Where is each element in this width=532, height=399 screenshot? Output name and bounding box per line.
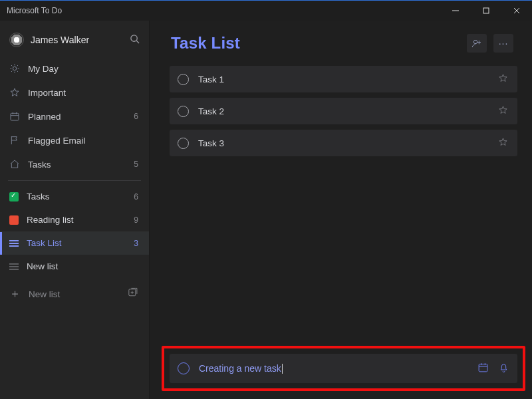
sidebar-item-label: My Day — [28, 64, 59, 74]
sidebar-item-label: Task List — [27, 238, 62, 248]
svg-rect-1 — [483, 8, 489, 13]
sidebar-item-count: 5 — [130, 160, 138, 169]
task-label: Task 2 — [198, 106, 224, 116]
svg-marker-27 — [499, 106, 507, 113]
search-icon[interactable] — [130, 34, 140, 47]
sidebar-item-label: Important — [28, 88, 66, 98]
sidebar-item-task-list[interactable]: Task List 3 — [0, 231, 149, 255]
svg-rect-29 — [479, 364, 487, 371]
sidebar-item-label: Reading list — [27, 215, 74, 225]
new-group-button[interactable] — [127, 287, 138, 301]
window-controls — [440, 1, 532, 21]
svg-marker-15 — [11, 88, 19, 96]
list-icon — [9, 263, 19, 270]
task-label: Task 3 — [198, 138, 224, 148]
reminder-button[interactable] — [498, 362, 509, 376]
window-minimize-button[interactable] — [440, 1, 471, 21]
sidebar: James Walker My Day Import — [0, 21, 150, 399]
sidebar-item-planned[interactable]: Planned 6 — [0, 104, 149, 128]
avatar — [9, 33, 24, 47]
svg-line-5 — [136, 41, 139, 43]
app-window: Microsoft To Do James Walker — [0, 0, 532, 399]
home-icon — [9, 159, 20, 170]
profile-row[interactable]: James Walker — [0, 29, 149, 57]
add-task-circle-icon — [178, 362, 190, 374]
sidebar-item-new-list[interactable]: New list — [0, 255, 149, 278]
sidebar-item-label: Tasks — [28, 160, 51, 170]
list-title[interactable]: Task List — [171, 34, 240, 53]
svg-line-14 — [17, 65, 18, 66]
window-maximize-button[interactable] — [471, 1, 501, 21]
sidebar-item-count: 3 — [130, 239, 138, 248]
sidebar-item-label: Tasks — [27, 192, 50, 201]
sidebar-item-count: 6 — [130, 112, 138, 121]
sidebar-item-count: 9 — [130, 215, 138, 225]
task-label: Task 1 — [198, 74, 224, 84]
share-list-button[interactable] — [467, 34, 487, 53]
sidebar-item-count: 6 — [130, 192, 138, 201]
task-row[interactable]: Task 2 — [170, 98, 517, 124]
list-icon — [9, 240, 19, 247]
list-options-button[interactable]: ··· — [493, 34, 513, 53]
add-list-button[interactable]: ＋ New list — [9, 289, 60, 299]
svg-marker-28 — [499, 138, 507, 145]
main-header: Task List ··· — [150, 21, 532, 61]
main-panel: Task List ··· Task 1 — [150, 21, 532, 399]
add-list-label: New list — [29, 289, 60, 299]
sidebar-add-list-row: ＋ New list — [0, 281, 149, 307]
sun-icon — [9, 63, 20, 74]
task-list: Task 1 Task 2 — [150, 61, 532, 156]
green-check-icon — [9, 192, 19, 201]
red-square-icon — [9, 215, 19, 225]
due-date-button[interactable] — [477, 362, 489, 376]
task-star-button[interactable] — [498, 105, 508, 118]
sidebar-item-tasks-smart[interactable]: Tasks 5 — [0, 152, 149, 176]
sidebar-item-my-day[interactable]: My Day — [0, 57, 149, 80]
sidebar-smart-lists: My Day Important Planned 6 — [0, 57, 149, 176]
svg-point-6 — [13, 66, 16, 70]
titlebar: Microsoft To Do — [0, 1, 532, 21]
svg-point-4 — [131, 35, 137, 41]
add-task-bar[interactable]: Creating a new task — [170, 354, 517, 383]
sidebar-item-tasks[interactable]: Tasks 6 — [0, 185, 149, 208]
task-row[interactable]: Task 3 — [170, 130, 517, 156]
calendar-icon — [9, 111, 20, 122]
task-star-button[interactable] — [498, 137, 508, 150]
sidebar-divider — [8, 180, 141, 181]
sidebar-item-important[interactable]: Important — [0, 80, 149, 104]
sidebar-item-reading-list[interactable]: Reading list 9 — [0, 208, 149, 231]
svg-marker-26 — [499, 74, 507, 81]
task-star-button[interactable] — [498, 73, 508, 86]
task-complete-toggle[interactable] — [178, 138, 189, 149]
sidebar-item-flagged-email[interactable]: Flagged Email — [0, 128, 149, 152]
sidebar-item-label: Flagged Email — [28, 136, 85, 146]
svg-line-13 — [11, 71, 12, 72]
svg-line-11 — [11, 65, 12, 66]
task-complete-toggle[interactable] — [178, 74, 189, 85]
add-task-input[interactable]: Creating a new task — [199, 363, 468, 374]
svg-line-12 — [17, 71, 18, 72]
flag-icon — [9, 135, 20, 146]
text-caret — [282, 364, 283, 374]
svg-point-23 — [473, 40, 477, 43]
task-complete-toggle[interactable] — [178, 106, 189, 117]
svg-rect-16 — [11, 113, 19, 120]
sidebar-item-label: Planned — [28, 112, 61, 122]
sidebar-custom-lists: Tasks 6 Reading list 9 Task List — [0, 185, 149, 278]
star-icon — [9, 87, 20, 98]
sidebar-item-label: New list — [27, 261, 58, 271]
window-close-button[interactable] — [501, 1, 532, 21]
task-row[interactable]: Task 1 — [170, 66, 517, 92]
profile-name: James Walker — [31, 35, 89, 45]
app-title: Microsoft To Do — [7, 6, 62, 15]
